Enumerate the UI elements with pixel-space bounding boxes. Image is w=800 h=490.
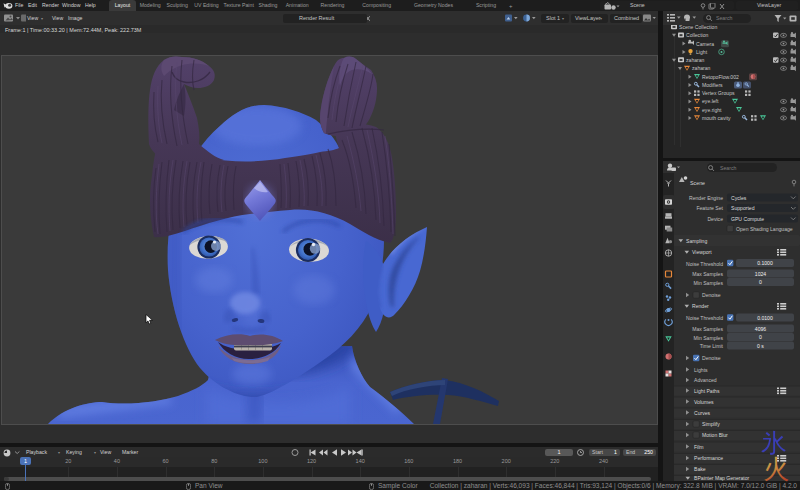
svg-text:Denoise: Denoise	[702, 292, 721, 298]
svg-text:Noise Threshold: Noise Threshold	[686, 261, 723, 267]
svg-text:Modifiers: Modifiers	[702, 82, 723, 88]
svg-text:Cycles: Cycles	[731, 195, 747, 201]
svg-text:Curves: Curves	[694, 410, 711, 416]
svg-text:Viewport: Viewport	[692, 249, 712, 255]
svg-text:Scene Collection: Scene Collection	[679, 25, 717, 30]
svg-text:RetopoFlow.002: RetopoFlow.002	[702, 74, 739, 80]
svg-text:Sampling: Sampling	[686, 238, 707, 244]
svg-text:0.0100: 0.0100	[757, 315, 773, 321]
svg-text:mouth cavity: mouth cavity	[702, 115, 731, 121]
svg-text:0: 0	[759, 334, 762, 340]
svg-text:Denoise: Denoise	[702, 355, 721, 361]
svg-text:Supported: Supported	[731, 205, 755, 211]
svg-text:1024: 1024	[755, 271, 766, 277]
svg-text:Light Paths: Light Paths	[694, 388, 720, 394]
svg-text:Collection: Collection	[686, 32, 709, 38]
svg-text:Min Samples: Min Samples	[694, 280, 724, 286]
svg-text:4096: 4096	[755, 326, 766, 332]
svg-text:Camera: Camera	[696, 41, 714, 47]
svg-text:Max Samples: Max Samples	[692, 271, 723, 277]
svg-text:eye.right: eye.right	[702, 107, 722, 113]
svg-text:Advanced: Advanced	[694, 377, 717, 383]
svg-text:Lights: Lights	[694, 367, 708, 373]
svg-text:zaharan: zaharan	[686, 57, 705, 63]
svg-text:Light: Light	[696, 49, 708, 55]
svg-text:eye.left: eye.left	[702, 98, 719, 104]
svg-text:Max Samples: Max Samples	[692, 326, 723, 332]
svg-text:0: 0	[759, 279, 762, 285]
svg-text:Open Shading Language: Open Shading Language	[736, 226, 793, 232]
svg-text:Volumes: Volumes	[694, 399, 714, 405]
svg-text:Motion Blur: Motion Blur	[702, 432, 728, 438]
svg-text:Bake: Bake	[694, 466, 706, 472]
svg-text:Min Samples: Min Samples	[694, 335, 724, 341]
svg-text:Render: Render	[692, 303, 709, 309]
svg-text:Performance: Performance	[694, 455, 723, 461]
svg-text:Film: Film	[694, 444, 704, 450]
svg-text:Vertex Groups: Vertex Groups	[702, 90, 735, 96]
svg-text:zaharan: zaharan	[692, 65, 711, 71]
svg-text:GPU Compute: GPU Compute	[731, 216, 764, 222]
svg-text:Time Limit: Time Limit	[700, 343, 724, 349]
svg-text:Device: Device	[707, 216, 723, 222]
svg-text:Feature Set: Feature Set	[696, 205, 723, 211]
svg-text:Noise Threshold: Noise Threshold	[686, 315, 723, 321]
svg-text:0 s: 0 s	[757, 343, 764, 349]
svg-text:Render Engine: Render Engine	[689, 195, 723, 201]
svg-text:氷: 氷	[761, 429, 787, 458]
svg-text:Simplify: Simplify	[702, 421, 720, 427]
svg-text:0.1000: 0.1000	[757, 260, 773, 266]
svg-text:火: 火	[763, 455, 789, 482]
svg-text:Scene: Scene	[690, 180, 705, 186]
